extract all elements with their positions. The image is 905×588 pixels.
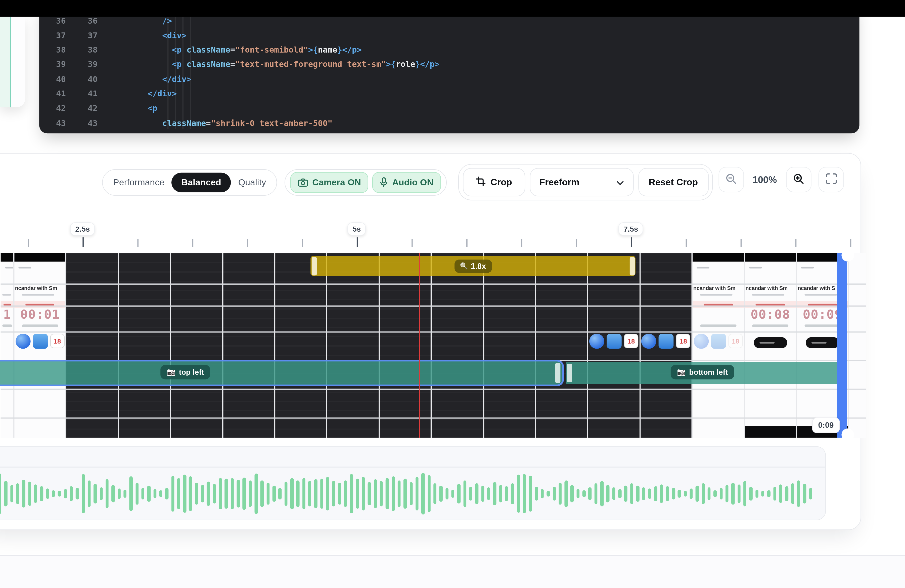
audio-waveform-track[interactable] [0, 447, 826, 520]
wave-bar [702, 483, 705, 504]
chevron-down-icon [616, 177, 624, 188]
wave-bar [291, 478, 294, 509]
crop-button[interactable]: Crop [462, 168, 525, 196]
film-frame-column: ncandar with Sm18 [692, 253, 745, 438]
wave-bar [201, 485, 204, 502]
wave-bar [392, 476, 395, 511]
ruler-tick [357, 237, 358, 247]
ruler-tick [576, 239, 577, 247]
wave-bar [600, 481, 603, 506]
recording-editor-card: Performance Balanced Quality Camera ON [0, 153, 861, 530]
frame-gridline [692, 253, 693, 438]
frame-gridline [639, 253, 641, 438]
clip-left-handle[interactable] [311, 257, 317, 275]
wave-bar [672, 488, 675, 499]
wave-bar [338, 483, 341, 504]
zoom-effect-clip[interactable]: 🔍1.8x [310, 256, 635, 276]
wave-bar [243, 478, 246, 510]
wave-bar [630, 483, 633, 504]
code-line: 3838<p className="font-semibold">{name}<… [39, 43, 859, 57]
render-mode-quality[interactable]: Quality [235, 177, 270, 188]
wave-bar [0, 474, 2, 514]
wave-bar [368, 482, 371, 505]
wave-bar [529, 476, 532, 512]
zoom-in-button[interactable] [786, 167, 811, 192]
ruler-tick [686, 239, 686, 247]
frame-detail [5, 267, 14, 269]
wave-bar [141, 488, 144, 499]
frame-gridline [13, 253, 14, 438]
wave-bar [279, 488, 281, 499]
finder-icon [711, 334, 726, 349]
wave-bar [767, 490, 770, 497]
camera-on-toggle[interactable]: Camera ON [291, 172, 368, 193]
wave-bar [320, 478, 323, 509]
wave-bar [64, 489, 67, 499]
wave-bar [654, 486, 657, 501]
frame-gridline [0, 360, 866, 361]
film-frame-column [379, 253, 431, 438]
wave-bar [708, 488, 711, 500]
frame-gridline [117, 253, 119, 438]
wave-bar [791, 483, 794, 504]
code-line: 4343className="shrink-0 text-amber-500" [39, 116, 859, 130]
wave-bar [260, 480, 264, 507]
frame-detail [697, 267, 710, 269]
wave-bar [427, 475, 430, 512]
frame-gridline [274, 253, 276, 438]
ruler-tick [192, 239, 193, 247]
film-frame-column [431, 253, 483, 438]
wave-bar [457, 484, 460, 504]
wave-bar [642, 488, 645, 500]
wave-bar [106, 479, 109, 508]
aspect-ratio-value: Freeform [540, 177, 580, 188]
film-frame-column: 1 [0, 253, 14, 438]
audio-on-toggle[interactable]: Audio ON [373, 172, 441, 193]
render-mode-balanced[interactable]: Balanced [172, 173, 231, 192]
wave-bar [225, 478, 228, 509]
timeline-ruler[interactable]: 2.5s5s7.5s [0, 205, 884, 253]
finder-icon [607, 334, 622, 349]
frame-detail [22, 324, 58, 326]
wave-bar [52, 490, 55, 497]
timeline-track[interactable]: 1ncandar with Sm00:01181818ncandar with … [0, 253, 866, 438]
film-frame-column [66, 253, 118, 438]
wave-bar [284, 482, 287, 506]
wave-bar [147, 486, 150, 502]
frame-gridline [535, 253, 536, 438]
wave-bar [231, 478, 234, 509]
aspect-ratio-select[interactable]: Freeform [529, 168, 633, 196]
clip-right-handle[interactable] [629, 257, 635, 275]
wave-bar [76, 488, 79, 499]
wave-bar [737, 485, 740, 503]
frame-button-pill [754, 337, 787, 348]
wave-bar [183, 475, 186, 513]
zoom-out-button[interactable] [718, 167, 744, 192]
ruler-tick [411, 239, 412, 247]
wave-bar [273, 486, 276, 502]
safari-icon [589, 334, 604, 349]
frame-heading-text: ncandar with Sm [693, 285, 745, 291]
frame-gridline [0, 332, 866, 333]
wave-bar [690, 488, 693, 499]
wave-bar [16, 483, 19, 504]
wave-bar [374, 479, 377, 508]
film-frame-column: ncandar with Sm00:0118 [14, 253, 66, 438]
reset-crop-button[interactable]: Reset Crop [638, 168, 708, 196]
wave-bar [171, 476, 174, 512]
render-mode-performance[interactable]: Performance [110, 177, 168, 188]
indent-guide [190, 5, 191, 129]
wave-bar [350, 474, 353, 513]
film-frame-column [536, 253, 588, 438]
fullscreen-button[interactable] [819, 167, 844, 192]
film-frame-column [275, 253, 327, 438]
calendar-icon: 18 [728, 334, 743, 348]
av-status-group: Camera ON Audio ON [284, 169, 447, 196]
magnifier-icon: 🔍 [460, 262, 468, 270]
wave-bar [589, 488, 592, 500]
dock-icons: 18 [640, 334, 692, 349]
code-editor-panel[interactable]: 3636/>3737<div>3838<p className="font-se… [39, 0, 859, 133]
wave-bar [380, 481, 383, 506]
wave-bar [422, 473, 425, 514]
render-mode-switcher: Performance Balanced Quality [102, 169, 277, 196]
